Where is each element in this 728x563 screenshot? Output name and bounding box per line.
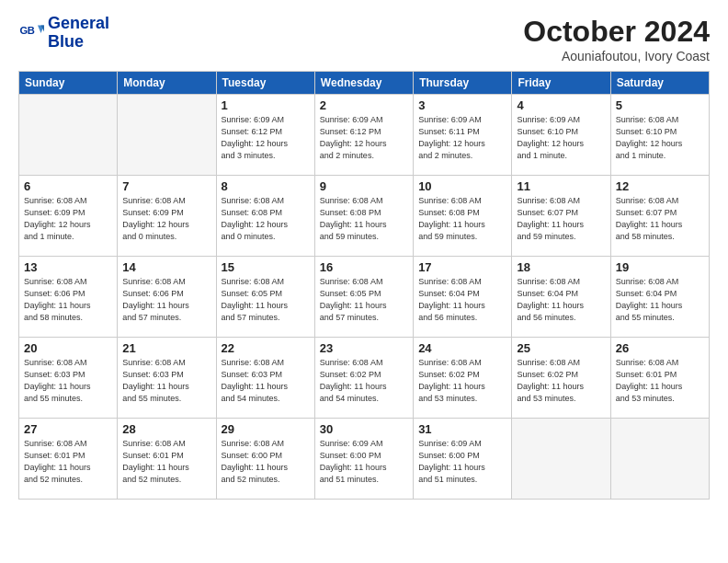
- day-number: 29: [222, 422, 310, 436]
- svg-text:G: G: [19, 25, 28, 36]
- calendar-cell: [610, 419, 709, 500]
- col-saturday: Saturday: [610, 72, 709, 95]
- day-info: Sunrise: 6:08 AM Sunset: 6:04 PM Dayligh…: [517, 276, 605, 324]
- day-info: Sunrise: 6:08 AM Sunset: 6:05 PM Dayligh…: [222, 276, 310, 324]
- calendar-week-3: 13Sunrise: 6:08 AM Sunset: 6:06 PM Dayli…: [19, 257, 710, 338]
- col-wednesday: Wednesday: [314, 72, 413, 95]
- calendar-cell: 22Sunrise: 6:08 AM Sunset: 6:03 PM Dayli…: [216, 338, 314, 419]
- day-info: Sunrise: 6:08 AM Sunset: 6:03 PM Dayligh…: [222, 357, 310, 405]
- calendar-week-2: 6Sunrise: 6:08 AM Sunset: 6:09 PM Daylig…: [19, 176, 710, 257]
- svg-text:B: B: [28, 25, 35, 36]
- calendar-cell: 29Sunrise: 6:08 AM Sunset: 6:00 PM Dayli…: [216, 419, 314, 500]
- calendar-header-row: Sunday Monday Tuesday Wednesday Thursday…: [19, 72, 710, 95]
- calendar-cell: 7Sunrise: 6:08 AM Sunset: 6:09 PM Daylig…: [118, 176, 216, 257]
- calendar-cell: 2Sunrise: 6:09 AM Sunset: 6:12 PM Daylig…: [314, 95, 413, 176]
- day-info: Sunrise: 6:08 AM Sunset: 6:07 PM Dayligh…: [616, 195, 704, 243]
- calendar-cell: 21Sunrise: 6:08 AM Sunset: 6:03 PM Dayli…: [118, 338, 216, 419]
- calendar-week-4: 20Sunrise: 6:08 AM Sunset: 6:03 PM Dayli…: [19, 338, 710, 419]
- day-info: Sunrise: 6:09 AM Sunset: 6:11 PM Dayligh…: [418, 114, 506, 162]
- day-info: Sunrise: 6:08 AM Sunset: 6:03 PM Dayligh…: [24, 357, 112, 405]
- day-info: Sunrise: 6:09 AM Sunset: 6:12 PM Dayligh…: [222, 114, 310, 162]
- day-number: 10: [418, 179, 506, 193]
- day-number: 16: [320, 260, 408, 274]
- day-number: 15: [222, 260, 310, 274]
- calendar-cell: 9Sunrise: 6:08 AM Sunset: 6:08 PM Daylig…: [314, 176, 413, 257]
- day-number: 31: [418, 422, 506, 436]
- day-info: Sunrise: 6:09 AM Sunset: 6:00 PM Dayligh…: [418, 438, 506, 486]
- day-info: Sunrise: 6:08 AM Sunset: 6:04 PM Dayligh…: [418, 276, 506, 324]
- day-number: 12: [616, 179, 704, 193]
- day-number: 3: [418, 98, 506, 112]
- month-title: October 2024: [523, 15, 710, 49]
- calendar-cell: 13Sunrise: 6:08 AM Sunset: 6:06 PM Dayli…: [19, 257, 118, 338]
- calendar-cell: 10Sunrise: 6:08 AM Sunset: 6:08 PM Dayli…: [414, 176, 512, 257]
- day-info: Sunrise: 6:08 AM Sunset: 6:09 PM Dayligh…: [24, 195, 112, 243]
- day-number: 23: [320, 341, 408, 355]
- day-number: 21: [122, 341, 210, 355]
- day-number: 13: [24, 260, 112, 274]
- day-info: Sunrise: 6:08 AM Sunset: 6:02 PM Dayligh…: [517, 357, 605, 405]
- day-number: 26: [616, 341, 704, 355]
- day-info: Sunrise: 6:08 AM Sunset: 6:01 PM Dayligh…: [24, 438, 112, 486]
- day-info: Sunrise: 6:08 AM Sunset: 6:08 PM Dayligh…: [320, 195, 408, 243]
- day-number: 2: [320, 98, 408, 112]
- col-monday: Monday: [118, 72, 216, 95]
- day-number: 8: [222, 179, 310, 193]
- day-info: Sunrise: 6:08 AM Sunset: 6:01 PM Dayligh…: [122, 438, 210, 486]
- day-info: Sunrise: 6:08 AM Sunset: 6:00 PM Dayligh…: [222, 438, 310, 486]
- logo-line2: Blue: [48, 33, 109, 52]
- day-info: Sunrise: 6:08 AM Sunset: 6:09 PM Dayligh…: [122, 195, 210, 243]
- calendar-cell: 6Sunrise: 6:08 AM Sunset: 6:09 PM Daylig…: [19, 176, 118, 257]
- calendar-cell: 27Sunrise: 6:08 AM Sunset: 6:01 PM Dayli…: [19, 419, 118, 500]
- day-number: 1: [222, 98, 310, 112]
- calendar-cell: 3Sunrise: 6:09 AM Sunset: 6:11 PM Daylig…: [414, 95, 512, 176]
- day-number: 20: [24, 341, 112, 355]
- day-info: Sunrise: 6:08 AM Sunset: 6:08 PM Dayligh…: [222, 195, 310, 243]
- calendar-cell: 1Sunrise: 6:09 AM Sunset: 6:12 PM Daylig…: [216, 95, 314, 176]
- day-info: Sunrise: 6:08 AM Sunset: 6:05 PM Dayligh…: [320, 276, 408, 324]
- calendar-cell: [19, 95, 118, 176]
- calendar-cell: 16Sunrise: 6:08 AM Sunset: 6:05 PM Dayli…: [314, 257, 413, 338]
- calendar-cell: 24Sunrise: 6:08 AM Sunset: 6:02 PM Dayli…: [414, 338, 512, 419]
- calendar-cell: 30Sunrise: 6:09 AM Sunset: 6:00 PM Dayli…: [314, 419, 413, 500]
- day-info: Sunrise: 6:08 AM Sunset: 6:10 PM Dayligh…: [616, 114, 704, 162]
- calendar-week-1: 1Sunrise: 6:09 AM Sunset: 6:12 PM Daylig…: [19, 95, 710, 176]
- day-number: 18: [517, 260, 605, 274]
- day-info: Sunrise: 6:08 AM Sunset: 6:04 PM Dayligh…: [616, 276, 704, 324]
- calendar: Sunday Monday Tuesday Wednesday Thursday…: [18, 71, 710, 500]
- calendar-cell: 17Sunrise: 6:08 AM Sunset: 6:04 PM Dayli…: [414, 257, 512, 338]
- day-number: 28: [122, 422, 210, 436]
- title-block: October 2024 Aouniafoutou, Ivory Coast: [523, 15, 710, 63]
- location-title: Aouniafoutou, Ivory Coast: [523, 49, 710, 63]
- calendar-cell: 12Sunrise: 6:08 AM Sunset: 6:07 PM Dayli…: [610, 176, 709, 257]
- logo-line1: General: [48, 15, 109, 33]
- day-number: 6: [24, 179, 112, 193]
- day-info: Sunrise: 6:08 AM Sunset: 6:02 PM Dayligh…: [320, 357, 408, 405]
- day-number: 24: [418, 341, 506, 355]
- calendar-cell: 19Sunrise: 6:08 AM Sunset: 6:04 PM Dayli…: [610, 257, 709, 338]
- calendar-cell: 25Sunrise: 6:08 AM Sunset: 6:02 PM Dayli…: [512, 338, 610, 419]
- calendar-cell: 15Sunrise: 6:08 AM Sunset: 6:05 PM Dayli…: [216, 257, 314, 338]
- day-info: Sunrise: 6:09 AM Sunset: 6:12 PM Dayligh…: [320, 114, 408, 162]
- day-number: 4: [517, 98, 605, 112]
- calendar-week-5: 27Sunrise: 6:08 AM Sunset: 6:01 PM Dayli…: [19, 419, 710, 500]
- calendar-cell: [512, 419, 610, 500]
- calendar-cell: 5Sunrise: 6:08 AM Sunset: 6:10 PM Daylig…: [610, 95, 709, 176]
- header: G B General Blue October 2024 Aouniafout…: [18, 15, 710, 63]
- col-sunday: Sunday: [19, 72, 118, 95]
- day-info: Sunrise: 6:08 AM Sunset: 6:07 PM Dayligh…: [517, 195, 605, 243]
- col-thursday: Thursday: [414, 72, 512, 95]
- calendar-cell: 20Sunrise: 6:08 AM Sunset: 6:03 PM Dayli…: [19, 338, 118, 419]
- calendar-cell: 4Sunrise: 6:09 AM Sunset: 6:10 PM Daylig…: [512, 95, 610, 176]
- day-info: Sunrise: 6:08 AM Sunset: 6:02 PM Dayligh…: [418, 357, 506, 405]
- day-number: 9: [320, 179, 408, 193]
- col-tuesday: Tuesday: [216, 72, 314, 95]
- day-number: 7: [122, 179, 210, 193]
- day-number: 14: [122, 260, 210, 274]
- calendar-cell: 23Sunrise: 6:08 AM Sunset: 6:02 PM Dayli…: [314, 338, 413, 419]
- calendar-cell: 11Sunrise: 6:08 AM Sunset: 6:07 PM Dayli…: [512, 176, 610, 257]
- day-info: Sunrise: 6:08 AM Sunset: 6:06 PM Dayligh…: [122, 276, 210, 324]
- logo: G B General Blue: [18, 15, 109, 52]
- calendar-cell: [118, 95, 216, 176]
- calendar-cell: 31Sunrise: 6:09 AM Sunset: 6:00 PM Dayli…: [414, 419, 512, 500]
